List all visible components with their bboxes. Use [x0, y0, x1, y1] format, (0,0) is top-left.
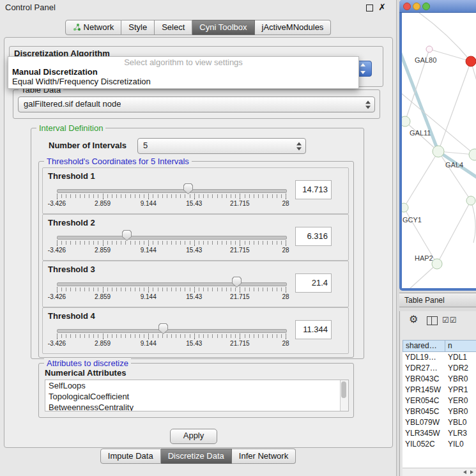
- threshold-1-slider-track[interactable]: [57, 189, 287, 193]
- slider-minor-ticks: [57, 241, 286, 245]
- table-row[interactable]: YIL052CYIL0: [403, 439, 476, 450]
- slider-minor-ticks: [57, 334, 286, 338]
- dropdown-placeholder-item[interactable]: Select algorithm to view settings: [8, 58, 358, 67]
- threshold-4-label: Threshold 4: [48, 311, 95, 321]
- checkbox-filter-icons[interactable]: ☑☑: [442, 316, 457, 325]
- threshold-1-value-field[interactable]: 14.713: [295, 180, 332, 199]
- node[interactable]: [426, 46, 433, 52]
- algorithm-dropdown-popup: Select algorithm to view settings Manual…: [8, 56, 359, 89]
- threshold-2-value-field[interactable]: 6.316: [295, 227, 332, 246]
- tab-label: Network: [84, 22, 114, 33]
- table-row[interactable]: YBL079WYBL0: [403, 417, 476, 428]
- slider-tick-labels: -3.426 2.859 9.144 15.43 21.715 28: [57, 200, 286, 208]
- number-of-intervals-value: 5: [143, 139, 148, 153]
- tab-cyni-toolbox[interactable]: Cyni Toolbox: [192, 20, 254, 35]
- tab-infer-network[interactable]: Infer Network: [232, 449, 296, 464]
- tick-label: 15.43: [186, 340, 202, 347]
- cell[interactable]: YDL19…: [403, 352, 445, 363]
- threshold-4-slider-track[interactable]: [57, 329, 287, 333]
- cell[interactable]: YPR145W: [403, 385, 445, 395]
- cell[interactable]: YIL052C: [403, 439, 445, 450]
- tab-jactivemnodules[interactable]: jActiveMNodules: [255, 20, 332, 35]
- cell[interactable]: YER054C: [403, 395, 445, 406]
- slider-tick-labels: -3.426 2.859 9.144 15.43 21.715 28: [57, 247, 286, 254]
- table-data-combobox[interactable]: galFiltered.sif default node: [18, 96, 375, 112]
- table-row[interactable]: YPR145WYPR1: [403, 385, 476, 395]
- table-header-row: shared… n: [403, 340, 476, 352]
- cell[interactable]: YBR0: [445, 406, 476, 417]
- node-gal4[interactable]: [433, 146, 444, 157]
- close-traffic-light[interactable]: [403, 3, 411, 10]
- node-gal11[interactable]: [402, 116, 410, 127]
- network-canvas[interactable]: GAL80 GAL11 GAL4 GCY1 HAP2: [402, 13, 476, 288]
- node[interactable]: [466, 196, 475, 205]
- tab-select[interactable]: Select: [155, 20, 192, 35]
- cell[interactable]: YBR0: [445, 374, 476, 385]
- scrollbar-thumb[interactable]: [341, 381, 346, 398]
- node-label: GAL11: [410, 129, 431, 137]
- table-row[interactable]: YBR045CYBR0: [403, 406, 476, 417]
- tick-label: 2.859: [95, 247, 111, 254]
- threshold-3-label: Threshold 3: [48, 265, 95, 274]
- slider-tick-labels: -3.426 2.859 9.144 15.43 21.715 28: [57, 340, 286, 348]
- cell[interactable]: YER0: [445, 395, 476, 406]
- network-view-window: GAL80 GAL11 GAL4 GCY1 HAP2: [399, 0, 476, 291]
- tick-label: -3.426: [48, 340, 66, 347]
- list-item[interactable]: BetweennessCentrality: [45, 402, 348, 411]
- apply-button[interactable]: Apply: [170, 429, 217, 444]
- cell[interactable]: YDL1: [445, 352, 476, 363]
- list-scrollbar[interactable]: [340, 380, 348, 411]
- tick-label: 28: [282, 247, 289, 254]
- tab-impute-data[interactable]: Impute Data: [100, 449, 161, 464]
- horizontal-scrollbar[interactable]: [403, 468, 476, 476]
- table-panel-header[interactable]: Table Panel: [399, 293, 476, 307]
- network-window-titlebar[interactable]: [399, 0, 476, 13]
- tick-label: 28: [282, 293, 289, 300]
- tab-discretize-data[interactable]: Discretize Data: [161, 449, 232, 464]
- close-icon[interactable]: ✗: [378, 2, 386, 12]
- cell[interactable]: YBL079W: [403, 417, 445, 428]
- float-window-icon[interactable]: [366, 4, 373, 12]
- table-row[interactable]: YBR043CYBR0: [403, 374, 476, 385]
- table-row[interactable]: YDL19…YDL1: [403, 352, 476, 363]
- threshold-3-slider-track[interactable]: [57, 282, 287, 286]
- node-gcy1[interactable]: [402, 203, 408, 212]
- column-header-name[interactable]: n: [445, 340, 476, 352]
- selected-red-node[interactable]: [466, 56, 476, 66]
- list-item[interactable]: TopologicalCoefficient: [45, 391, 348, 402]
- cell[interactable]: YBR045C: [403, 406, 445, 417]
- threshold-4-value-field[interactable]: 11.344: [295, 320, 332, 339]
- dropdown-item-manual-discretization[interactable]: Manual Discretization: [8, 67, 358, 77]
- minimize-traffic-light[interactable]: [413, 3, 420, 10]
- number-of-intervals-combobox[interactable]: 5: [137, 138, 306, 154]
- tab-label: Impute Data: [108, 451, 153, 461]
- cell[interactable]: YPR1: [445, 385, 476, 395]
- cell[interactable]: YDR27…: [403, 363, 445, 374]
- columns-icon[interactable]: [427, 316, 438, 325]
- cell[interactable]: YBR043C: [403, 374, 445, 385]
- tab-style[interactable]: Style: [121, 20, 155, 35]
- cell[interactable]: YBL0: [445, 417, 476, 428]
- tick-label: 15.43: [186, 247, 202, 254]
- column-header-shared-name[interactable]: shared…: [403, 340, 445, 352]
- gear-icon[interactable]: ⚙: [409, 313, 418, 325]
- tab-network[interactable]: Network: [65, 20, 122, 35]
- cell[interactable]: YLR3: [445, 428, 476, 439]
- cell[interactable]: YDR2: [445, 363, 476, 374]
- list-item[interactable]: SelfLoops: [45, 380, 348, 391]
- threshold-2-slider-track[interactable]: [57, 236, 287, 240]
- number-of-intervals-label: Number of Intervals: [49, 139, 127, 153]
- tick-label: 21.715: [230, 340, 250, 347]
- zoom-traffic-light[interactable]: [422, 3, 430, 10]
- cell[interactable]: YIL0: [445, 439, 476, 450]
- tick-label: 9.144: [141, 200, 157, 207]
- node-hap2[interactable]: [432, 259, 442, 269]
- dropdown-item-equal-width-frequency[interactable]: Equal Width/Frequency Discretization: [8, 77, 358, 86]
- tick-label: 9.144: [141, 340, 157, 347]
- tick-label: 2.859: [95, 293, 111, 300]
- cell[interactable]: YLR345W: [403, 428, 445, 439]
- threshold-3-value-field[interactable]: 21.4: [295, 273, 332, 293]
- table-row[interactable]: YLR345WYLR3: [403, 428, 476, 439]
- table-row[interactable]: YER054CYER0: [403, 395, 476, 406]
- table-row[interactable]: YDR27…YDR2: [403, 363, 476, 374]
